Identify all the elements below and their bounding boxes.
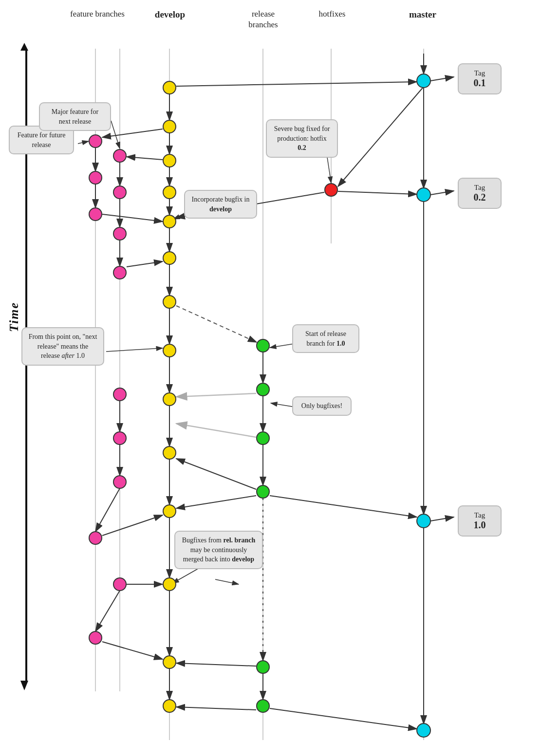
node-develop-10 — [163, 446, 176, 460]
svg-line-57 — [270, 708, 417, 729]
node-release-1 — [256, 339, 270, 352]
node-release-3 — [256, 431, 270, 445]
svg-line-45 — [176, 707, 256, 710]
node-develop-1 — [163, 81, 176, 94]
svg-line-61 — [78, 141, 89, 144]
svg-line-29 — [95, 591, 120, 631]
node-develop-5 — [163, 215, 176, 228]
time-arrow-bottom — [20, 681, 28, 690]
svg-line-42 — [176, 496, 256, 508]
header-feature: feature branches — [63, 9, 131, 19]
svg-line-46 — [338, 87, 424, 186]
node-feature2-2 — [113, 186, 127, 199]
time-label: Time — [7, 302, 21, 332]
node-feature1-3 — [89, 207, 102, 221]
svg-line-31 — [127, 261, 163, 267]
svg-line-48 — [338, 191, 417, 194]
node-develop-7 — [163, 295, 176, 309]
node-release-4 — [256, 485, 270, 499]
callout-bugfixes-rel-branch: Bugfixes from rel. branch may be continu… — [174, 531, 263, 569]
node-master-1 — [416, 74, 431, 88]
svg-line-41 — [176, 459, 256, 489]
svg-line-33 — [127, 157, 163, 160]
svg-line-43 — [270, 496, 417, 517]
svg-line-66 — [271, 403, 295, 407]
callout-start-release: Start of release branch for 1.0 — [292, 324, 359, 353]
node-develop-13 — [163, 655, 176, 669]
svg-line-30 — [102, 214, 163, 222]
svg-line-34 — [176, 306, 257, 342]
svg-line-39 — [176, 393, 256, 397]
node-feature1-1 — [89, 134, 102, 148]
node-master-4 — [416, 723, 431, 738]
callout-severe-bug: Severe bug fixed for production: hotfix … — [266, 119, 338, 158]
callout-from-this-point: From this point on, "next release" means… — [21, 327, 104, 366]
node-feature2-4 — [113, 266, 127, 279]
node-develop-14 — [163, 699, 176, 713]
node-develop-4 — [163, 186, 176, 199]
node-feature2-10 — [89, 631, 102, 645]
svg-line-60 — [430, 517, 454, 521]
callout-only-bugfixes: Only bugfixes! — [292, 396, 352, 416]
node-develop-12 — [163, 577, 176, 591]
callout-incorporate: Incorporate bugfix in develop — [184, 190, 257, 219]
svg-line-56 — [102, 642, 163, 659]
header-hotfixes: hotfixes — [303, 9, 361, 19]
node-hotfix-1 — [324, 183, 338, 197]
node-develop-9 — [163, 392, 176, 406]
svg-line-28 — [95, 488, 120, 532]
svg-line-53 — [176, 82, 417, 86]
svg-line-40 — [176, 424, 256, 437]
tag-1.0: Tag 1.0 — [458, 505, 502, 537]
node-feature2-5 — [113, 388, 127, 401]
tag-0.2: Tag 0.2 — [458, 178, 502, 209]
node-release-5 — [256, 660, 270, 674]
node-feature2-6 — [113, 431, 127, 445]
node-release-6 — [256, 699, 270, 713]
svg-line-59 — [430, 191, 454, 195]
node-release-2 — [256, 383, 270, 396]
node-feature2-3 — [113, 227, 127, 241]
node-master-2 — [416, 187, 431, 202]
svg-line-32 — [102, 129, 163, 137]
node-develop-3 — [163, 154, 176, 167]
node-develop-8 — [163, 344, 176, 357]
node-feature2-1 — [113, 149, 127, 163]
svg-line-69 — [215, 579, 239, 584]
node-develop-2 — [163, 120, 176, 133]
svg-line-58 — [430, 77, 454, 81]
header-release: releasebranches — [228, 9, 299, 30]
header-develop: develop — [148, 9, 192, 21]
node-feature2-9 — [113, 577, 127, 591]
header-master: master — [398, 9, 447, 21]
svg-line-44 — [176, 663, 256, 666]
node-develop-11 — [163, 504, 176, 518]
node-feature1-2 — [89, 171, 102, 185]
node-develop-6 — [163, 251, 176, 265]
node-feature2-7 — [113, 475, 127, 489]
svg-line-67 — [106, 348, 163, 352]
svg-line-54 — [102, 515, 163, 536]
node-master-3 — [416, 514, 431, 528]
diagram: Time feature branches develop releasebra… — [0, 0, 560, 742]
svg-line-65 — [270, 344, 294, 348]
tag-0.1: Tag 0.1 — [458, 63, 502, 94]
node-feature2-8 — [89, 531, 102, 545]
callout-major-feature: Major feature for next release — [39, 102, 111, 131]
svg-line-62 — [111, 121, 120, 148]
